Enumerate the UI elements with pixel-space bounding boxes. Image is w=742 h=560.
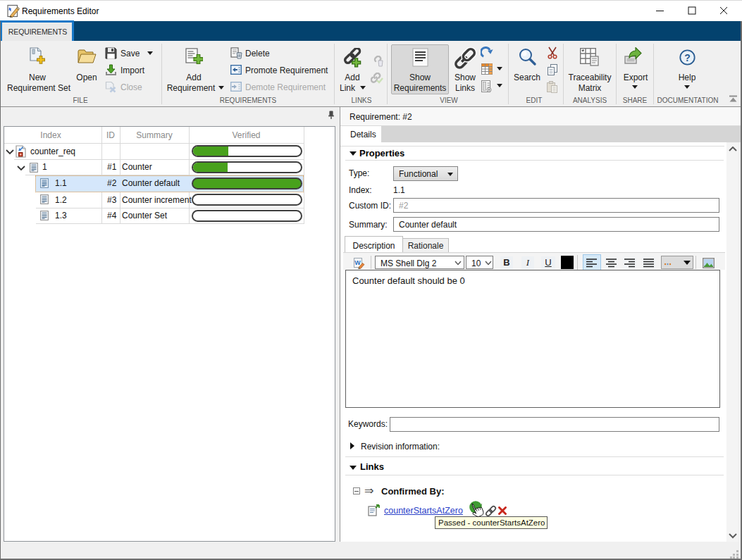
svg-text:?: ? [684,52,691,63]
svg-text:W: W [354,259,361,266]
